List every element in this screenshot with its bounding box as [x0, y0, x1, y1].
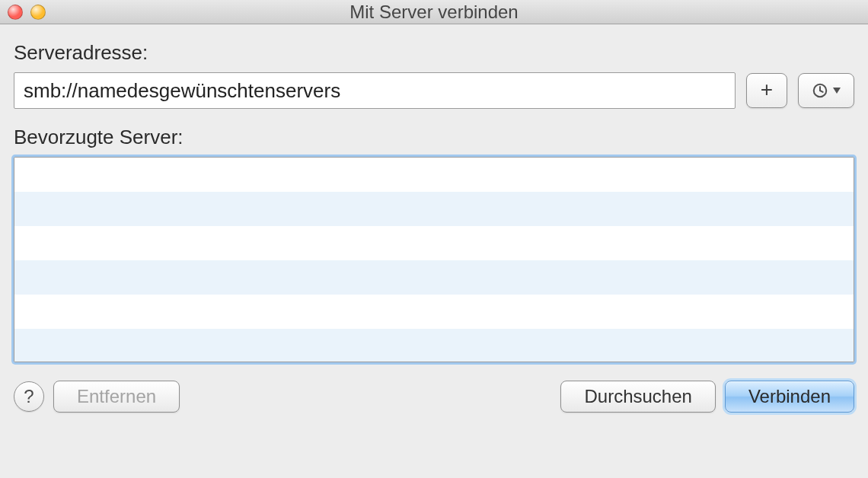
list-row: [14, 226, 854, 260]
server-address-input[interactable]: [14, 72, 736, 109]
history-dropdown-button[interactable]: [798, 73, 854, 108]
remove-button[interactable]: Entfernen: [53, 381, 180, 413]
svg-marker-3: [833, 88, 841, 94]
favorite-servers-label: Bevorzugte Server:: [14, 126, 854, 149]
clock-icon: [812, 82, 828, 99]
window-controls: [8, 5, 46, 20]
chevron-down-icon: [833, 88, 841, 94]
add-favorite-button[interactable]: +: [746, 73, 787, 108]
list-row: [14, 295, 854, 329]
titlebar: Mit Server verbinden: [0, 0, 868, 24]
connect-button[interactable]: Verbinden: [725, 381, 854, 413]
minimize-window-button[interactable]: [30, 5, 46, 20]
window-title: Mit Server verbinden: [0, 2, 868, 23]
history-icon-group: [812, 82, 841, 99]
list-row: [14, 158, 854, 192]
server-address-row: +: [14, 72, 854, 109]
close-window-button[interactable]: [8, 5, 23, 20]
content-area: Serveradresse: + Bevorzugte Server:: [0, 24, 868, 362]
list-row: [14, 260, 854, 295]
list-row: [14, 192, 854, 226]
server-address-label: Serveradresse:: [14, 41, 854, 65]
help-icon: ?: [24, 386, 34, 407]
svg-line-2: [820, 91, 823, 92]
favorite-servers-list[interactable]: [14, 157, 854, 362]
help-button[interactable]: ?: [14, 381, 44, 412]
list-row: [14, 329, 854, 362]
plus-icon: +: [761, 79, 773, 100]
footer: ? Entfernen Durchsuchen Verbinden: [0, 381, 868, 413]
browse-button[interactable]: Durchsuchen: [560, 381, 715, 413]
